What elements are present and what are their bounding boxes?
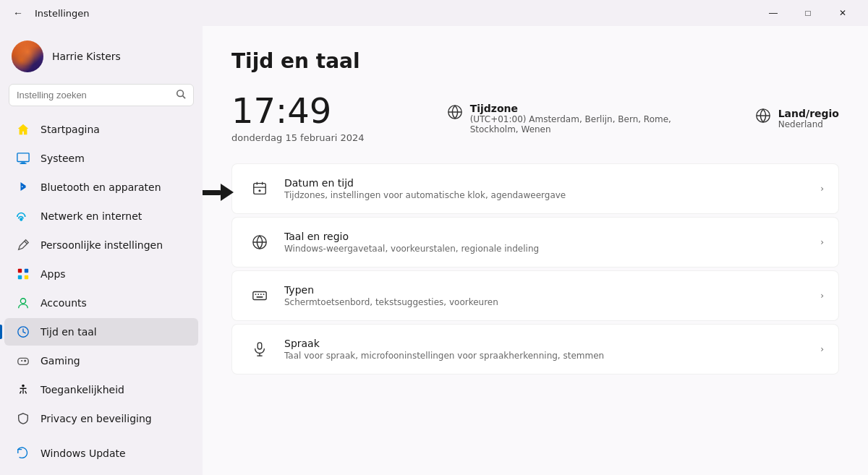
- sidebar-item-label: Systeem: [41, 153, 85, 164]
- sidebar-item-label: Tijd en taal: [41, 326, 97, 338]
- svg-point-15: [25, 360, 26, 361]
- svg-rect-22: [253, 292, 266, 300]
- svg-point-5: [20, 218, 22, 221]
- card-title: Spraak: [284, 338, 820, 349]
- sidebar-item-update[interactable]: Windows Update: [4, 440, 198, 467]
- svg-rect-19: [254, 184, 266, 194]
- gaming-icon: [16, 354, 30, 368]
- date-display: donderdag 15 februari 2024: [231, 132, 365, 143]
- card-title: Typen: [284, 284, 820, 296]
- svg-point-0: [177, 90, 184, 97]
- sidebar-item-label: Persoonlijke instellingen: [41, 239, 163, 251]
- chevron-right-icon: ›: [820, 237, 824, 247]
- svg-rect-12: [18, 358, 28, 364]
- home-icon: [16, 122, 30, 137]
- sidebar-item-label: Apps: [41, 268, 66, 280]
- card-subtitle: Windows-weergavetaal, voorkeurstalen, re…: [284, 244, 820, 254]
- svg-point-20: [259, 190, 260, 192]
- sidebar-item-gaming[interactable]: Gaming: [4, 347, 198, 375]
- sidebar-item-label: Windows Update: [41, 448, 126, 459]
- sidebar-item-tijd[interactable]: Tijd en taal: [4, 318, 198, 346]
- window-controls: — □ ✕: [757, 1, 859, 25]
- card-text: Spraak Taal voor spraak, microfooninstel…: [284, 338, 820, 361]
- sidebar: Harrie Kisters Startpagina Systeem: [0, 26, 203, 475]
- locale-info: Land/regio Nederland: [755, 108, 839, 129]
- sidebar-item-startpagina[interactable]: Startpagina: [4, 116, 198, 143]
- sidebar-item-label: Accounts: [41, 297, 87, 309]
- card-title: Taal en regio: [284, 231, 820, 242]
- search-input[interactable]: [17, 90, 170, 100]
- locale-text: Land/regio Nederland: [778, 108, 839, 129]
- card-subtitle: Tijdzones, instellingen voor automatisch…: [284, 190, 820, 200]
- card-icon-microphone: [247, 336, 273, 362]
- sidebar-item-persoonlijke[interactable]: Persoonlijke instellingen: [4, 231, 198, 259]
- card-icon-clock: [247, 176, 273, 202]
- time-display: 17:49: [231, 93, 365, 128]
- accounts-icon: [16, 296, 30, 310]
- sidebar-item-label: Gaming: [41, 355, 80, 367]
- sidebar-item-label: Toegankelijkheid: [41, 384, 124, 395]
- card-subtitle: Taal voor spraak, microfooninstellingen …: [284, 351, 820, 361]
- sidebar-item-privacy[interactable]: Privacy en beveiliging: [4, 405, 198, 432]
- personalize-icon: [16, 238, 30, 252]
- card-text: Taal en regio Windows-weergavetaal, voor…: [284, 231, 820, 254]
- svg-rect-6: [18, 269, 22, 273]
- titlebar-left: ← Instellingen: [9, 4, 90, 22]
- card-spraak[interactable]: Spraak Taal voor spraak, microfooninstel…: [231, 324, 839, 375]
- sidebar-item-label: Privacy en beveiliging: [41, 413, 152, 424]
- card-title: Datum en tijd: [284, 177, 820, 189]
- sidebar-item-toegankelijkheid[interactable]: Toegankelijkheid: [4, 376, 198, 403]
- time-icon: [16, 325, 30, 339]
- app-title: Instellingen: [35, 8, 90, 19]
- arrow-body: [203, 190, 221, 195]
- monitor-icon: [16, 151, 30, 166]
- time-section: 17:49 donderdag 15 februari 2024: [231, 93, 365, 143]
- page-title: Tijd en taal: [231, 49, 839, 73]
- minimize-button[interactable]: —: [757, 1, 790, 25]
- avatar-image: [12, 40, 43, 72]
- card-icon-keyboard: [247, 283, 273, 309]
- update-icon: [16, 446, 30, 461]
- user-name: Harrie Kisters: [52, 51, 121, 62]
- bluetooth-icon: [16, 180, 30, 194]
- app-body: Harrie Kisters Startpagina Systeem: [0, 26, 868, 475]
- sidebar-item-label: Bluetooth en apparaten: [41, 181, 161, 193]
- svg-point-10: [20, 299, 25, 304]
- timezone-info: Tijdzone (UTC+01:00) Amsterdam, Berlijn,…: [447, 103, 673, 134]
- card-subtitle: Schermtoetsenbord, tekstsuggesties, voor…: [284, 297, 820, 307]
- sidebar-item-label: Netwerk en internet: [41, 210, 142, 222]
- sidebar-item-systeem[interactable]: Systeem: [4, 145, 198, 172]
- privacy-icon: [16, 411, 30, 426]
- chevron-right-icon: ›: [820, 291, 824, 301]
- maximize-button[interactable]: □: [791, 1, 825, 25]
- accessibility-icon: [16, 382, 30, 397]
- sidebar-item-bluetooth[interactable]: Bluetooth en apparaten: [4, 174, 198, 201]
- cards-container: Datum en tijd Tijdzones, instellingen vo…: [231, 163, 839, 375]
- arrow-head: [221, 184, 234, 201]
- sidebar-item-apps[interactable]: Apps: [4, 260, 198, 288]
- search-icon: [176, 89, 186, 101]
- apps-icon: [16, 267, 30, 281]
- back-button[interactable]: ←: [9, 4, 27, 22]
- card-taal-regio[interactable]: Taal en regio Windows-weergavetaal, voor…: [231, 217, 839, 268]
- svg-rect-7: [25, 269, 28, 273]
- sidebar-item-label: Startpagina: [41, 124, 100, 135]
- svg-point-16: [22, 385, 25, 388]
- network-icon: [16, 209, 30, 223]
- main-content: Tijd en taal 17:49 donderdag 15 februari…: [203, 26, 868, 475]
- locale-icon: [755, 108, 771, 127]
- sidebar-item-accounts[interactable]: Accounts: [4, 289, 198, 317]
- svg-rect-9: [25, 275, 28, 279]
- close-button[interactable]: ✕: [826, 1, 859, 25]
- svg-rect-8: [18, 275, 22, 279]
- sidebar-item-netwerk[interactable]: Netwerk en internet: [4, 202, 198, 230]
- arrow-decoration: [203, 184, 234, 201]
- timezone-icon: [447, 104, 463, 123]
- card-datum-tijd[interactable]: Datum en tijd Tijdzones, instellingen vo…: [231, 163, 839, 214]
- card-typen[interactable]: Typen Schermtoetsenbord, tekstsuggesties…: [231, 270, 839, 321]
- chevron-right-icon: ›: [820, 344, 824, 354]
- card-text: Typen Schermtoetsenbord, tekstsuggesties…: [284, 284, 820, 307]
- svg-rect-28: [258, 343, 262, 349]
- svg-line-1: [183, 96, 186, 99]
- svg-rect-2: [17, 153, 29, 162]
